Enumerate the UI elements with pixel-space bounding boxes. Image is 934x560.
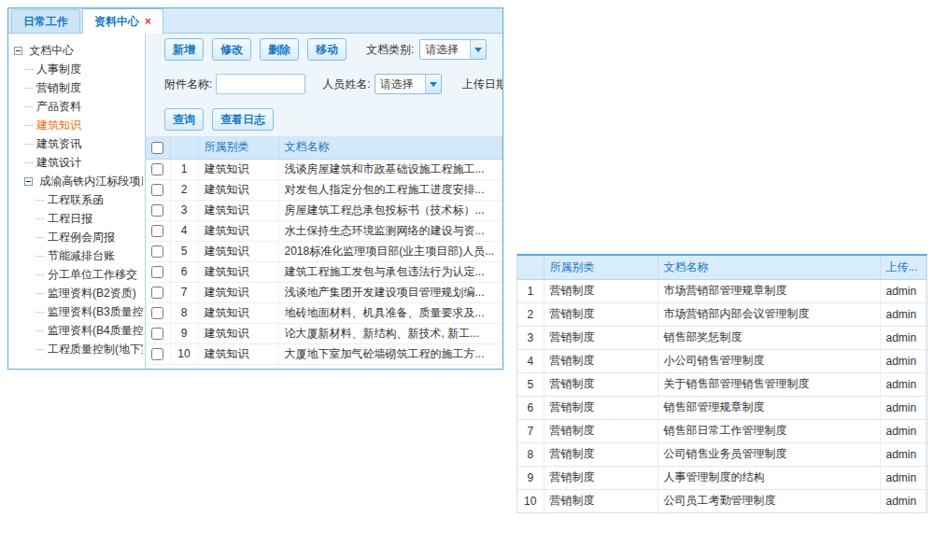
tree-item-weekly-report[interactable]: 工程例会周报 xyxy=(12,228,143,246)
table-row[interactable]: 5 建筑知识 2018标准化监理项目部(业主项目部)人员... xyxy=(146,241,502,261)
tree-item-marketing[interactable]: 营销制度 xyxy=(12,78,143,97)
tree-dash xyxy=(35,349,44,350)
tree-item-building-design[interactable]: 建筑设计 xyxy=(12,153,143,172)
table-row[interactable]: 6 营销制度 销售部管理规章制度 admin xyxy=(517,396,927,419)
table-row[interactable]: 8 建筑知识 地砖地面材料、机具准备、质量要求及... xyxy=(146,302,502,323)
tree-item-building-news[interactable]: 建筑资讯 xyxy=(12,134,143,153)
table-row[interactable]: 3 营销制度 销售部奖惩制度 admin xyxy=(517,326,927,349)
tab-label: 日常工作 xyxy=(23,14,68,30)
row-checkbox[interactable] xyxy=(151,348,163,360)
tree-dash xyxy=(24,125,33,126)
tree-item-energy-ledger[interactable]: 节能减排台账 xyxy=(12,246,143,265)
table-row[interactable]: 3 建筑知识 房屋建筑工程总承包投标书（技术标）... xyxy=(146,200,502,220)
tree-item-daily-report[interactable]: 工程日报 xyxy=(12,209,143,228)
document-table: 所属别类 文档名称 1 建筑知识 浅谈房屋建筑和市政基础设施工程施工... xyxy=(146,136,502,365)
chevron-down-icon xyxy=(470,40,486,59)
tree-dash xyxy=(35,274,44,275)
move-button[interactable]: 移动 xyxy=(307,38,347,61)
tree-dash xyxy=(35,237,44,238)
tree-item-work-transfer[interactable]: 分工单位工作移交 xyxy=(12,265,143,284)
category-select[interactable]: 请选择 xyxy=(419,39,487,60)
row-checkbox[interactable] xyxy=(151,245,163,258)
table-header-row: 所属别类 文档名称 xyxy=(146,136,502,159)
toolbar: 新增 修改 删除 移动 文档类别: 请选择 文档 xyxy=(164,38,502,61)
table-header-row: 所属别类 文档名称 上传... xyxy=(517,256,927,279)
tree-item-product[interactable]: 产品资料 xyxy=(12,97,143,116)
tab-label: 资料中心 xyxy=(94,14,139,30)
header-index xyxy=(517,256,544,279)
table-row[interactable]: 6 建筑知识 建筑工程施工发包与承包违法行为认定... xyxy=(146,261,502,282)
row-checkbox[interactable] xyxy=(151,266,163,278)
tree-dash xyxy=(24,144,33,145)
header-doc-name: 文档名称 xyxy=(278,136,502,159)
close-icon[interactable]: × xyxy=(145,15,151,28)
tree-item-supervision-b3[interactable]: 监理资料(B3质量控制) xyxy=(12,302,143,321)
table-row[interactable]: 5 营销制度 关于销售部管理销售管理制度 admin xyxy=(517,372,927,396)
edit-button[interactable]: 修改 xyxy=(212,38,251,61)
row-checkbox[interactable] xyxy=(151,184,163,196)
person-select[interactable]: 请选择 xyxy=(375,74,442,94)
header-category: 所属别类 xyxy=(198,136,278,159)
tree-item-personnel[interactable]: 人事制度 xyxy=(12,60,143,78)
person-name-label: 人员姓名: xyxy=(322,77,370,92)
category-tree: 文档中心 人事制度 营销制度 产品资料 建筑知识 建筑资讯 建筑设计 成渝高铁内… xyxy=(8,34,146,370)
header-category: 所属别类 xyxy=(544,256,658,279)
marketing-doc-table-panel: 所属别类 文档名称 上传... 1 营销制度 市场营销部管理规章制度 admin… xyxy=(517,254,927,513)
delete-button[interactable]: 删除 xyxy=(260,38,299,61)
header-doc-name: 文档名称 xyxy=(658,256,880,279)
row-checkbox[interactable] xyxy=(151,328,163,340)
table-row[interactable]: 10 营销制度 公司员工考勤管理制度 admin xyxy=(517,489,927,512)
chevron-down-icon xyxy=(425,75,441,93)
row-checkbox[interactable] xyxy=(151,204,163,217)
tab-daily-work[interactable]: 日常工作 xyxy=(11,9,80,33)
window-body: 文档中心 人事制度 营销制度 产品资料 建筑知识 建筑资讯 建筑设计 成渝高铁内… xyxy=(8,34,502,370)
tree-item-quality-basement[interactable]: 工程质量控制(地下室) xyxy=(12,340,143,358)
table-row[interactable]: 1 建筑知识 浅谈房屋建筑和市政基础设施工程施工... xyxy=(146,159,502,179)
tree-item-building-knowledge[interactable]: 建筑知识 xyxy=(12,116,143,134)
tree-item-contact-letter[interactable]: 工程联系函 xyxy=(12,190,143,209)
tab-data-center[interactable]: 资料中心 × xyxy=(82,8,163,34)
table-row[interactable]: 1 营销制度 市场营销部管理规章制度 admin xyxy=(517,279,927,302)
table-row[interactable]: 2 营销制度 市场营销部内部会议管理制度 admin xyxy=(517,302,927,326)
row-checkbox[interactable] xyxy=(151,163,163,175)
row-checkbox[interactable] xyxy=(151,287,163,299)
tree-item-supervision-b4[interactable]: 监理资料(B4质量控制) xyxy=(12,321,143,340)
tree-dash xyxy=(35,293,44,294)
table-row[interactable]: 10 建筑知识 大厦地下室加气砼墙砌筑工程的施工方... xyxy=(146,343,502,364)
attachment-name-label: 附件名称: xyxy=(164,77,212,92)
table-row[interactable]: 7 建筑知识 浅谈地产集团开发建设项目管理规划编... xyxy=(146,282,502,302)
doc-name-label: 文档 xyxy=(502,42,502,58)
tree-dash xyxy=(24,88,33,89)
header-uploader: 上传... xyxy=(880,256,927,279)
filter-row: 附件名称: 人员姓名: 请选择 上传日期 xyxy=(164,74,502,94)
view-log-button[interactable]: 查看日志 xyxy=(212,108,274,131)
query-button[interactable]: 查询 xyxy=(164,108,204,131)
tree-dash xyxy=(35,256,44,257)
row-checkbox[interactable] xyxy=(151,307,163,319)
tree-dash xyxy=(24,162,33,163)
tree-node-document-center[interactable]: 文档中心 xyxy=(12,41,143,60)
table-row[interactable]: 8 营销制度 公司销售业务员管理制度 admin xyxy=(517,442,927,466)
main-panel: 新增 修改 删除 移动 文档类别: 请选择 文档 附件名称: 人员姓名: 请选择 xyxy=(146,34,502,370)
tree-node-project[interactable]: 成渝高铁内江标段项目 xyxy=(12,172,143,190)
table-row[interactable]: 9 营销制度 人事管理制度的结构 admin xyxy=(517,466,927,489)
upload-date-label: 上传日期 xyxy=(462,77,502,92)
table-row[interactable]: 9 建筑知识 论大厦新材料、新结构、新技术, 新工... xyxy=(146,323,502,343)
attachment-name-input[interactable] xyxy=(216,74,305,94)
tree-dash xyxy=(35,312,44,313)
tree-item-supervision-b2[interactable]: 监理资料(B2资质) xyxy=(12,284,143,302)
tree-dash xyxy=(24,69,33,70)
select-all-checkbox[interactable] xyxy=(151,142,163,154)
category-label: 文档类别: xyxy=(366,42,414,58)
table-row[interactable]: 7 营销制度 销售部日常工作管理制度 admin xyxy=(517,419,927,442)
collapse-icon[interactable] xyxy=(24,177,33,186)
row-checkbox[interactable] xyxy=(151,225,163,237)
tree-dash xyxy=(35,218,44,219)
add-button[interactable]: 新增 xyxy=(164,38,204,61)
tree-label: 文档中心 xyxy=(29,44,74,57)
table-row[interactable]: 4 建筑知识 水土保持生态环境监测网络的建设与资... xyxy=(146,220,502,241)
document-table-wrap: 所属别类 文档名称 1 建筑知识 浅谈房屋建筑和市政基础设施工程施工... xyxy=(146,136,502,370)
collapse-icon[interactable] xyxy=(14,47,22,55)
table-row[interactable]: 4 营销制度 小公司销售管理制度 admin xyxy=(517,349,927,372)
table-row[interactable]: 2 建筑知识 对发包人指定分包的工程施工进度安排... xyxy=(146,179,502,200)
